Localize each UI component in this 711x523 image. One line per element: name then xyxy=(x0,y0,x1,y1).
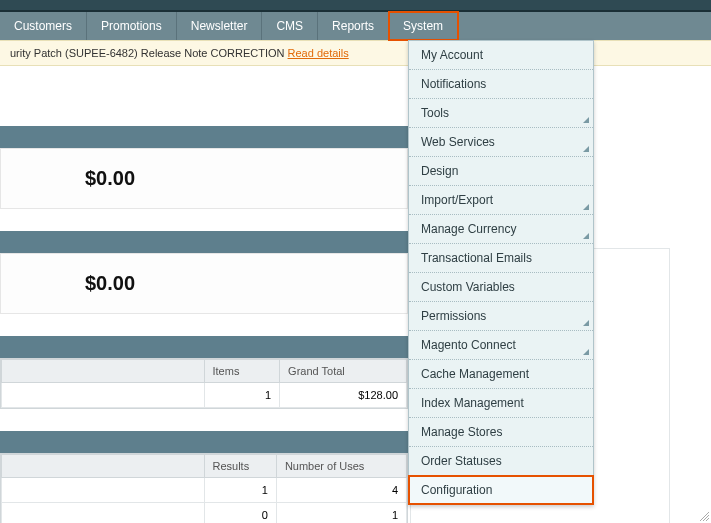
system-dropdown: My Account Notifications Tools Web Servi… xyxy=(408,40,594,505)
dashboard-left-column: $0.00 $0.00 Items Grand Total 1 $128.00 xyxy=(0,66,408,523)
panel-a-header xyxy=(0,126,408,148)
menu-tools[interactable]: Tools xyxy=(409,99,593,128)
resize-grip-icon[interactable] xyxy=(697,509,709,521)
menu-import-export[interactable]: Import/Export xyxy=(409,186,593,215)
table2-r0-blank xyxy=(2,478,205,503)
table2-header-bar xyxy=(0,431,408,453)
average-order-value: $0.00 xyxy=(13,272,395,295)
notice-link[interactable]: Read details xyxy=(288,47,349,59)
menu-my-account[interactable]: My Account xyxy=(409,41,593,70)
menu-newsletter[interactable]: Newsletter xyxy=(177,12,263,40)
table2-col-blank xyxy=(2,455,205,478)
main-menubar: Customers Promotions Newsletter CMS Repo… xyxy=(0,12,711,40)
table1-col-blank xyxy=(2,360,205,383)
table-row[interactable]: 1 $128.00 xyxy=(2,383,407,408)
table2-col-results: Results xyxy=(204,455,276,478)
table-row[interactable]: 1 4 xyxy=(2,478,407,503)
table2-r1-results: 0 xyxy=(204,503,276,524)
menu-index-management[interactable]: Index Management xyxy=(409,389,593,418)
table2: Results Number of Uses 1 4 0 1 xyxy=(0,453,408,523)
table2-r0-uses: 4 xyxy=(276,478,406,503)
menu-order-statuses[interactable]: Order Statuses xyxy=(409,447,593,476)
panel-a-body: $0.00 xyxy=(0,148,408,209)
window-top-strip xyxy=(0,0,711,12)
table2-r0-results: 1 xyxy=(204,478,276,503)
notice-bar: urity Patch (SUPEE-6482) Release Note CO… xyxy=(0,40,711,66)
panel-b-header xyxy=(0,231,408,253)
menu-cache-management[interactable]: Cache Management xyxy=(409,360,593,389)
menu-manage-stores[interactable]: Manage Stores xyxy=(409,418,593,447)
table1-header-bar xyxy=(0,336,408,358)
table-row[interactable]: 0 1 xyxy=(2,503,407,524)
lifetime-sales-value: $0.00 xyxy=(13,167,395,190)
table2-r1-blank xyxy=(2,503,205,524)
menu-manage-currency[interactable]: Manage Currency xyxy=(409,215,593,244)
menu-configuration[interactable]: Configuration xyxy=(409,476,593,504)
menu-notifications[interactable]: Notifications xyxy=(409,70,593,99)
menu-permissions[interactable]: Permissions xyxy=(409,302,593,331)
menu-cms[interactable]: CMS xyxy=(262,12,318,40)
table1-cell-grand-total: $128.00 xyxy=(280,383,407,408)
table1-col-grand-total: Grand Total xyxy=(280,360,407,383)
table1-cell-items: 1 xyxy=(204,383,280,408)
table1-cell-blank xyxy=(2,383,205,408)
menu-design[interactable]: Design xyxy=(409,157,593,186)
table1: Items Grand Total 1 $128.00 xyxy=(0,358,408,409)
menu-system[interactable]: System xyxy=(389,12,458,40)
menu-transactional-emails[interactable]: Transactional Emails xyxy=(409,244,593,273)
menu-reports[interactable]: Reports xyxy=(318,12,389,40)
table1-col-items: Items xyxy=(204,360,280,383)
menu-magento-connect[interactable]: Magento Connect xyxy=(409,331,593,360)
menu-custom-variables[interactable]: Custom Variables xyxy=(409,273,593,302)
table2-r1-uses: 1 xyxy=(276,503,406,524)
notice-text: urity Patch (SUPEE-6482) Release Note CO… xyxy=(10,47,288,59)
menu-web-services[interactable]: Web Services xyxy=(409,128,593,157)
menu-customers[interactable]: Customers xyxy=(0,12,87,40)
panel-b-body: $0.00 xyxy=(0,253,408,314)
menu-promotions[interactable]: Promotions xyxy=(87,12,177,40)
table2-col-uses: Number of Uses xyxy=(276,455,406,478)
